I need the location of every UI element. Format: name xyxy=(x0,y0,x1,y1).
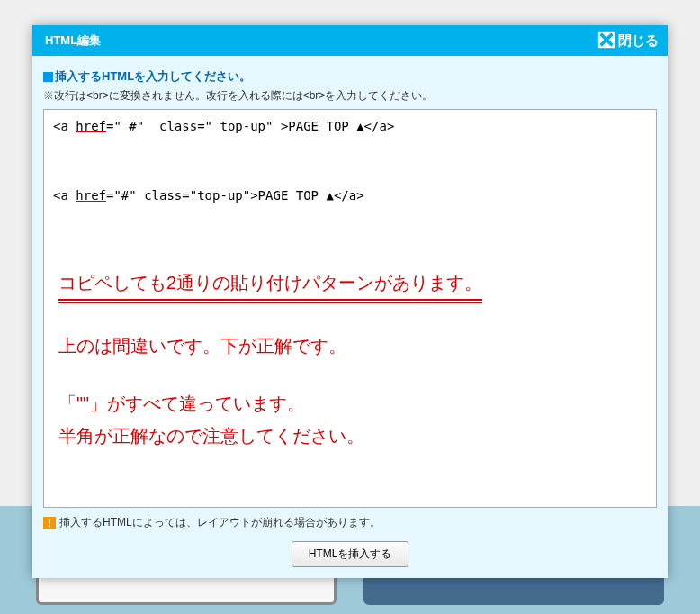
annotation-overlay: コピペしても2通りの貼り付けパターンがあります。 上のは間違いです。下が正解です… xyxy=(53,268,647,450)
modal-body: 挿入するHTMLを入力してください。 ※改行は<br>に変換されません。改行を入… xyxy=(32,56,668,578)
warning-text: 挿入するHTMLによっては、レイアウトが崩れる場合があります。 xyxy=(59,515,381,530)
modal-titlebar: HTML編集 閉じる xyxy=(32,25,668,56)
html-edit-modal: HTML編集 閉じる 挿入するHTMLを入力してください。 ※改行は<br>に変… xyxy=(32,25,668,578)
warning-line: ! 挿入するHTMLによっては、レイアウトが崩れる場合があります。 xyxy=(43,515,657,530)
close-button[interactable]: 閉じる xyxy=(597,30,659,52)
annotation-line-4: 半角が正解なので注意してください。 xyxy=(58,421,647,450)
code-line-2: <a href="#" class="top-up">PAGE TOP ▲</a… xyxy=(53,186,647,205)
instruction-line: 挿入するHTMLを入力してください。 xyxy=(43,68,657,85)
annotation-line-2: 上のは間違いです。下が正解です。 xyxy=(58,331,647,360)
note-text: ※改行は<br>に変換されません。改行を入れる際には<br>を入力してください。 xyxy=(43,88,657,104)
modal-footer: HTMLを挿入する xyxy=(43,541,657,567)
insert-html-button[interactable]: HTMLを挿入する xyxy=(292,541,409,567)
warning-icon: ! xyxy=(43,517,56,529)
square-bullet-icon xyxy=(43,72,53,82)
modal-title: HTML編集 xyxy=(45,32,101,49)
instruction-text: 挿入するHTMLを入力してください。 xyxy=(55,68,251,85)
close-label: 閉じる xyxy=(618,32,659,50)
close-icon xyxy=(597,30,616,52)
annotation-line-1: コピペしても2通りの貼り付けパターンがあります。 xyxy=(58,268,482,301)
code-line-1: <a href=" #" class=" top-up" >PAGE TOP ▲… xyxy=(53,117,647,136)
annotation-line-3: 「""」がすべて違っています。 xyxy=(58,389,647,418)
html-textarea[interactable]: <a href=" #" class=" top-up" >PAGE TOP ▲… xyxy=(43,109,657,508)
